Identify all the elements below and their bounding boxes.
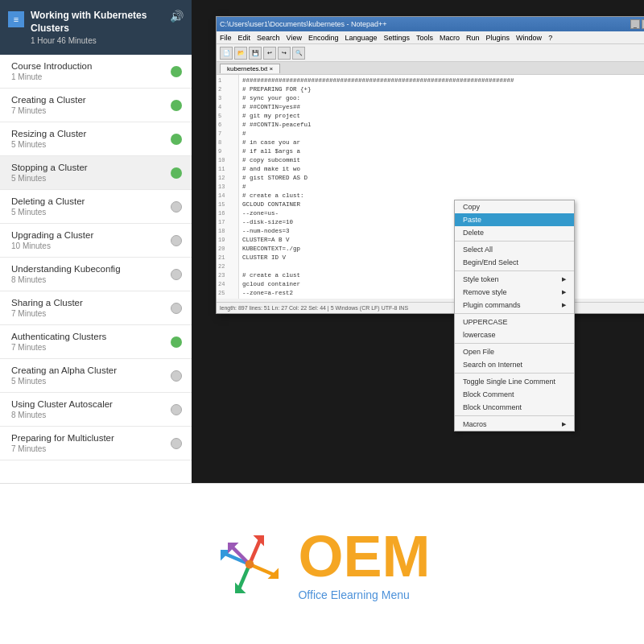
sidebar-item-10[interactable]: Using Cluster Autoscaler8 Minutes (0, 393, 192, 427)
sidebar-item-11[interactable]: Preparing for Multicluster7 Minutes (0, 427, 192, 460)
ctx-item-10[interactable]: lowercase (455, 328, 574, 341)
menu-macro[interactable]: Macro (440, 34, 460, 42)
minimize-button[interactable]: _ (630, 19, 640, 29)
menu-window[interactable]: Window (516, 34, 542, 42)
statusbar-text: length: 897 lines: 51 Ln: 27 Col: 22 Sel… (220, 305, 408, 311)
menu-encoding[interactable]: Encoding (308, 34, 339, 42)
menu-view[interactable]: View (287, 34, 302, 42)
sidebar-item-duration-6: 8 Minutes (11, 275, 171, 284)
menu-edit[interactable]: Edit (238, 34, 251, 42)
menu-language[interactable]: Language (345, 34, 377, 42)
sidebar-item-5[interactable]: Upgrading a Cluster10 Minutes (0, 224, 192, 258)
sidebar-item-duration-0: 1 Minute (11, 72, 171, 81)
sidebar-item-name-5: Upgrading a Cluster (11, 230, 171, 240)
notepad-content: 1234567891011121314151617181920212223242… (217, 75, 644, 299)
ctx-separator-after-10 (455, 343, 574, 344)
oem-branding-section: OEM Office Elearning Menu (0, 483, 644, 644)
video-area: C:\Users\user1\Documents\kubernetes - No… (192, 0, 644, 483)
sidebar-item-name-0: Course Introduction (11, 61, 171, 71)
ctx-item-12[interactable]: Search on Internet (455, 358, 574, 371)
sidebar-item-3[interactable]: Stopping a Cluster5 Minutes (0, 156, 192, 190)
sidebar-item-duration-4: 5 Minutes (11, 208, 171, 217)
code-editor[interactable]: ########################################… (239, 75, 644, 299)
sidebar-item-dot-6 (171, 269, 182, 280)
sidebar-item-7[interactable]: Sharing a Cluster7 Minutes (0, 291, 192, 325)
ctx-arrow-16: ▶ (562, 421, 566, 427)
sidebar-item-dot-9 (171, 370, 182, 382)
sidebar-item-name-10: Using Cluster Autoscaler (11, 399, 171, 409)
notepad-tabs: kubernetes.txt × (217, 62, 644, 75)
sidebar-item-duration-8: 7 Minutes (11, 343, 171, 352)
ctx-item-11[interactable]: Open File (455, 345, 574, 358)
ctx-item-7[interactable]: Remove style▶ (455, 286, 574, 299)
menu-file[interactable]: File (220, 34, 232, 42)
ctx-item-13[interactable]: Toggle Single Line Comment (455, 375, 574, 388)
ctx-item-5[interactable]: Begin/End Select (455, 256, 574, 269)
toolbar-save[interactable]: 💾 (249, 47, 262, 60)
toolbar-redo[interactable]: ↪ (278, 47, 291, 60)
ctx-item-2[interactable]: Delete (455, 226, 574, 239)
ctx-item-0[interactable]: Copy (455, 200, 574, 213)
menu-tools[interactable]: Tools (416, 34, 433, 42)
tab-kubernetes[interactable]: kubernetes.txt × (220, 64, 280, 73)
sidebar-item-name-11: Preparing for Multicluster (11, 433, 171, 443)
menu-run[interactable]: Run (466, 34, 480, 42)
toolbar-open[interactable]: 📂 (234, 47, 247, 60)
ctx-item-6[interactable]: Style token▶ (455, 273, 574, 286)
sidebar-header: ≡ Working with Kubernetes Clusters 1 Hou… (0, 0, 192, 55)
sidebar-item-dot-8 (171, 336, 182, 348)
sidebar-item-dot-0 (171, 66, 182, 77)
sidebar-item-8[interactable]: Authenticating Clusters7 Minutes (0, 325, 192, 359)
notepad-titlebar: C:\Users\user1\Documents\kubernetes - No… (217, 17, 644, 31)
sidebar-item-dot-11 (171, 438, 182, 449)
ctx-item-8[interactable]: Plugin commands▶ (455, 299, 574, 312)
notepad-statusbar: length: 897 lines: 51 Ln: 27 Col: 22 Sel… (217, 302, 644, 313)
menu-help[interactable]: ? (548, 34, 552, 42)
notepad-toolbar: 📄 📂 💾 ↩ ↪ 🔍 (217, 44, 644, 62)
ctx-item-4[interactable]: Select All (455, 243, 574, 256)
sidebar-item-duration-1: 7 Minutes (11, 106, 171, 115)
top-section: ≡ Working with Kubernetes Clusters 1 Hou… (0, 0, 644, 483)
context-menu: CopyPasteDeleteSelect AllBegin/End Selec… (454, 200, 575, 431)
ctx-item-9[interactable]: UPPERCASE (455, 316, 574, 328)
oem-logo-area: OEM Office Elearning Menu (213, 527, 430, 601)
menu-search[interactable]: Search (257, 34, 280, 42)
ctx-item-15[interactable]: Block Uncomment (455, 401, 574, 414)
toolbar-new[interactable]: 📄 (220, 47, 233, 60)
ctx-item-14[interactable]: Block Comment (455, 388, 574, 401)
ctx-separator-3 (455, 241, 574, 242)
toolbar-undo[interactable]: ↩ (263, 47, 276, 60)
sidebar-item-dot-3 (171, 167, 182, 179)
oem-text-area: OEM Office Elearning Menu (298, 527, 430, 601)
ctx-arrow-8: ▶ (562, 302, 566, 308)
sidebar-item-dot-10 (171, 404, 182, 415)
sidebar-item-duration-10: 8 Minutes (11, 411, 171, 419)
menu-plugins[interactable]: Plugins (486, 34, 510, 42)
sidebar-item-4[interactable]: Deleting a Cluster5 Minutes (0, 190, 192, 224)
sidebar-item-9[interactable]: Creating an Alpha Cluster5 Minutes (0, 359, 192, 393)
sidebar-item-2[interactable]: Resizing a Cluster5 Minutes (0, 122, 192, 156)
oem-letters: OEM (298, 527, 430, 585)
main-container: ≡ Working with Kubernetes Clusters 1 Hou… (0, 0, 644, 644)
window-controls: _ □ × (630, 19, 644, 29)
ctx-item-16[interactable]: Macros▶ (455, 418, 574, 431)
sidebar-item-name-3: Stopping a Cluster (11, 163, 171, 172)
menu-settings[interactable]: Settings (384, 34, 411, 42)
sidebar-item-dot-5 (171, 235, 182, 246)
sidebar-item-duration-7: 7 Minutes (11, 309, 171, 318)
sidebar-item-1[interactable]: Creating a Cluster7 Minutes (0, 89, 192, 122)
menu-icon: ≡ (8, 11, 24, 27)
notepad-window: C:\Users\user1\Documents\kubernetes - No… (216, 16, 644, 314)
ctx-separator-after-8 (455, 313, 574, 314)
sidebar-item-name-4: Deleting a Cluster (11, 196, 171, 206)
sidebar-header-content: Working with Kubernetes Clusters 1 Hour … (31, 10, 163, 45)
toolbar-find[interactable]: 🔍 (292, 47, 305, 60)
ctx-arrow-7: ▶ (562, 289, 566, 295)
ctx-item-1[interactable]: Paste (455, 213, 574, 226)
sidebar-item-0[interactable]: Course Introduction1 Minute (0, 55, 192, 89)
sidebar-item-dot-1 (171, 100, 182, 111)
sidebar-item-duration-2: 5 Minutes (11, 140, 171, 149)
notepad-menubar: File Edit Search View Encoding Language … (217, 31, 644, 44)
sidebar-item-6[interactable]: Understanding Kubeconfig8 Minutes (0, 258, 192, 291)
sidebar: ≡ Working with Kubernetes Clusters 1 Hou… (0, 0, 192, 483)
